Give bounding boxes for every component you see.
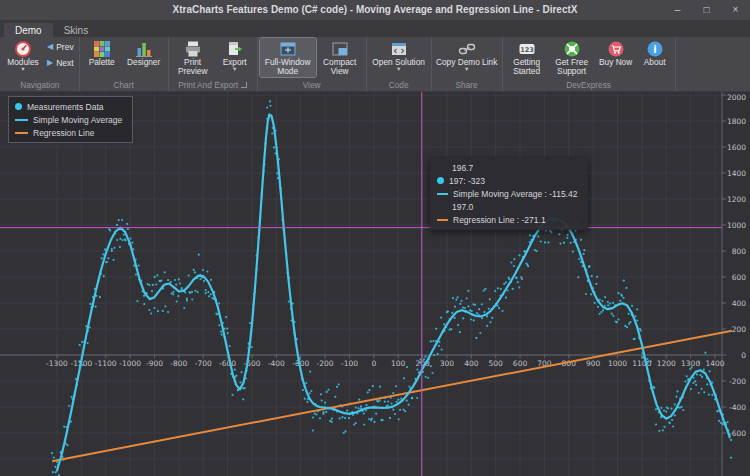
get-free-support-button[interactable]: Get Free Support	[549, 38, 595, 77]
ribbon-group-label-chart: Chart	[82, 78, 166, 91]
scatter-marker-icon	[15, 103, 22, 110]
minimize-button[interactable]: –	[663, 0, 692, 20]
line-marker-icon	[15, 132, 28, 134]
close-button[interactable]: ×	[721, 0, 750, 20]
next-button[interactable]: ▶ Next	[45, 57, 76, 69]
svg-text:1600: 1600	[727, 143, 746, 152]
ribbon-group-view: Full-Window Mode Compact View View	[258, 37, 367, 91]
compact-view-button[interactable]: Compact View	[316, 38, 364, 77]
legend-item-moving-average: Simple Moving Average	[15, 113, 122, 126]
tooltip-argument2: 197.0	[437, 200, 577, 213]
get-free-support-label: Get Free Support	[550, 58, 594, 77]
tab-demo[interactable]: Demo	[4, 23, 53, 37]
designer-label: Designer	[127, 58, 160, 67]
next-label: Next	[56, 58, 73, 68]
svg-text:-200: -200	[729, 377, 746, 386]
svg-text:1800: 1800	[727, 117, 746, 126]
full-window-mode-icon	[279, 39, 297, 58]
ribbon-group-label-print-export: Print And Export	[171, 78, 255, 91]
chevron-down-icon: ▾	[465, 67, 468, 73]
tooltip-point-value: 197: -323	[437, 174, 577, 187]
svg-text:1000: 1000	[727, 221, 746, 230]
getting-started-icon: 123	[518, 39, 536, 58]
svg-text:1200: 1200	[657, 359, 676, 368]
svg-text:-900: -900	[146, 359, 163, 368]
copy-demo-link-button[interactable]: Copy Demo Link ▾	[434, 38, 500, 73]
line-marker-icon	[437, 219, 448, 221]
export-button[interactable]: Export ▾	[215, 38, 255, 73]
svg-text:900: 900	[586, 359, 601, 368]
open-solution-icon	[390, 39, 408, 58]
svg-text:400: 400	[732, 299, 747, 308]
svg-text:1300: 1300	[681, 359, 700, 368]
print-preview-label: Print Preview	[172, 58, 214, 77]
svg-text:-700: -700	[195, 359, 212, 368]
window-title: XtraCharts Features Demo (C# code) - Mov…	[0, 0, 750, 20]
link-icon	[458, 39, 476, 58]
svg-text:-800: -800	[170, 359, 187, 368]
chart-legend: Measurements Data Simple Moving Average …	[8, 96, 133, 143]
svg-text:-200: -200	[317, 359, 334, 368]
designer-button[interactable]: Designer	[122, 38, 166, 67]
open-solution-button[interactable]: Open Solution ▾	[369, 38, 429, 73]
buy-now-icon	[607, 39, 625, 58]
svg-text:1400: 1400	[705, 359, 724, 368]
svg-text:1400: 1400	[727, 169, 746, 178]
svg-text:-1100: -1100	[95, 359, 117, 368]
ribbon-group-chart: Palette Designer Chart	[80, 37, 169, 91]
compact-view-icon	[331, 39, 349, 58]
svg-text:500: 500	[488, 359, 503, 368]
scatter-marker-icon	[437, 177, 444, 184]
palette-icon	[93, 39, 111, 58]
maximize-button[interactable]: □	[692, 0, 721, 20]
chevron-down-icon: ▾	[233, 67, 236, 73]
legend-item-regression: Regression Line	[15, 126, 122, 139]
ribbon-group-navigation: Modules ▾ ◀ Prev ▶ Next Navigation	[1, 37, 80, 91]
svg-text:-600: -600	[219, 359, 236, 368]
getting-started-label: Getting Started	[506, 58, 548, 77]
svg-text:1200: 1200	[727, 195, 746, 204]
svg-text:600: 600	[513, 359, 528, 368]
ribbon-group-label-code: Code	[369, 78, 429, 91]
palette-button[interactable]: Palette	[82, 38, 122, 67]
chevron-down-icon: ▾	[397, 67, 400, 73]
svg-text:0: 0	[741, 351, 746, 360]
about-button[interactable]: i About	[637, 38, 673, 67]
ribbon: Modules ▾ ◀ Prev ▶ Next Navigation	[0, 37, 750, 92]
modules-icon	[14, 39, 32, 58]
prev-button[interactable]: ◀ Prev	[45, 41, 76, 53]
chevron-down-icon: ▾	[21, 67, 24, 73]
legend-label: Measurements Data	[27, 102, 104, 112]
print-preview-icon	[184, 39, 202, 58]
ribbon-tab-row: Demo Skins	[0, 20, 750, 37]
app-window: XtraCharts Features Demo (C# code) - Mov…	[0, 0, 750, 476]
svg-text:2000: 2000	[727, 93, 746, 102]
designer-icon	[135, 39, 153, 58]
compact-view-label: Compact View	[317, 58, 363, 77]
svg-text:0: 0	[371, 359, 376, 368]
svg-text:i: i	[653, 44, 656, 55]
support-icon	[563, 39, 581, 58]
svg-text:-100: -100	[341, 359, 358, 368]
line-marker-icon	[15, 119, 28, 121]
tooltip-argument: 196.7	[437, 161, 577, 174]
full-window-mode-button[interactable]: Full-Window Mode	[260, 38, 316, 77]
full-window-mode-label: Full-Window Mode	[261, 58, 315, 77]
dialog-launcher-icon[interactable]	[241, 82, 247, 88]
line-marker-icon	[437, 193, 448, 195]
tab-skins[interactable]: Skins	[53, 23, 99, 37]
window-controls: – □ ×	[663, 0, 750, 20]
svg-text:-400: -400	[729, 403, 746, 412]
title-bar: XtraCharts Features Demo (C# code) - Mov…	[0, 0, 750, 20]
modules-button[interactable]: Modules ▾	[3, 38, 43, 73]
print-preview-button[interactable]: Print Preview	[171, 38, 215, 77]
chart-plot-area[interactable]: -1300-1200-1100-1000-900-800-700-600-500…	[0, 92, 750, 476]
svg-text:1100: 1100	[632, 359, 651, 368]
prev-label: Prev	[56, 42, 73, 52]
getting-started-button[interactable]: 123 Getting Started	[505, 38, 549, 77]
print-export-label-text: Print And Export	[178, 80, 238, 90]
buy-now-button[interactable]: Buy Now	[595, 38, 637, 67]
tooltip-regression: Regression Line : -271.1	[437, 213, 577, 226]
about-icon: i	[646, 39, 664, 58]
svg-text:100: 100	[391, 359, 406, 368]
